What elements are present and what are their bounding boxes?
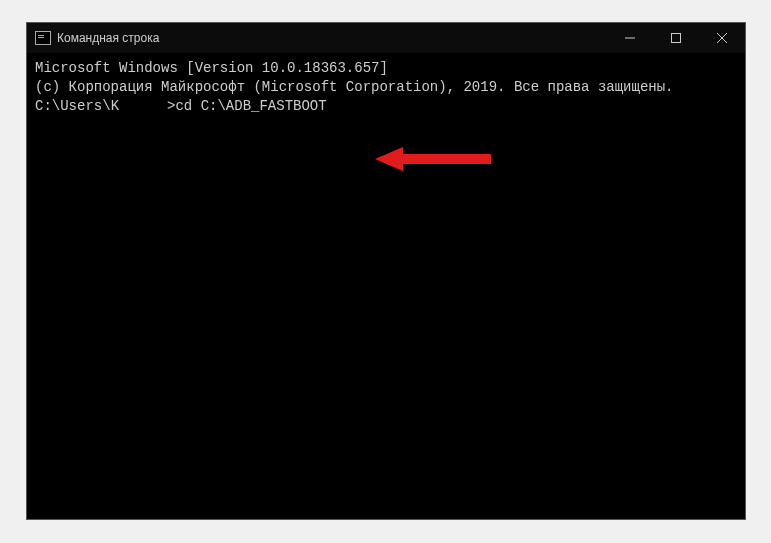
window-title: Командная строка [57,31,607,45]
prompt-prefix: C:\Users\ [35,97,111,116]
command-text: cd C:\ADB_FASTBOOT [175,97,326,116]
prompt-user-first: K [111,97,119,116]
copyright-line: (c) Корпорация Майкрософт (Microsoft Cor… [35,78,737,97]
maximize-button[interactable] [653,23,699,53]
titlebar[interactable]: Командная строка [27,23,745,53]
window-controls [607,23,745,53]
minimize-button[interactable] [607,23,653,53]
prompt-line: C:\Users\K>cd C:\ADB_FASTBOOT [35,97,737,116]
svg-marker-5 [375,147,403,171]
terminal-area[interactable]: Microsoft Windows [Version 10.0.18363.65… [27,53,745,122]
cmd-icon [35,31,51,45]
redacted-username [119,97,167,111]
svg-rect-1 [672,34,681,43]
version-line: Microsoft Windows [Version 10.0.18363.65… [35,59,737,78]
svg-rect-4 [399,154,491,164]
arrow-annotation-icon [375,145,495,173]
command-prompt-window: Командная строка Microsoft Windows [Vers… [26,22,746,520]
prompt-suffix: > [167,97,175,116]
close-button[interactable] [699,23,745,53]
